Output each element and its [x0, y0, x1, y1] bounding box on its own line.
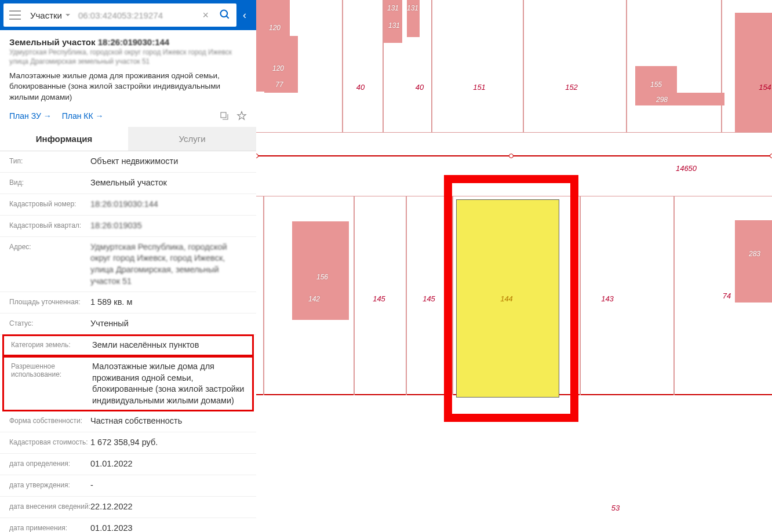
row-dapp: дата применения:01.01.2023	[0, 518, 256, 532]
row-cadnum: Кадастровый номер:18:26:019030:144	[0, 194, 256, 216]
links-row: План ЗУ → План КК →	[0, 107, 256, 127]
road-node	[770, 154, 772, 158]
star-icon[interactable]	[236, 111, 247, 121]
row-type: Тип:Объект недвижимости	[0, 151, 256, 173]
row-category: Категория земель:Земли населённых пункто…	[2, 334, 254, 356]
cadastral-map[interactable]: 120 120 77 131 131 131 155 298 283 156 1…	[256, 0, 772, 532]
header-action-icons	[219, 111, 247, 121]
selected-parcel-highlight	[444, 175, 578, 422]
object-subtitle: Удмуртская Республика, городской округ г…	[9, 48, 247, 66]
map-building	[735, 220, 772, 303]
info-panel: Тип:Объект недвижимости Вид:Земельный уч…	[0, 151, 256, 532]
row-cost: Кадастровая стоимость:1 672 358,94 руб.	[0, 432, 256, 454]
expand-icon[interactable]	[219, 111, 230, 121]
row-cadq: Кадастровый квартал:18:26:019035	[0, 216, 256, 237]
svg-line-1	[227, 16, 229, 18]
object-description: Малоэтажные жилые дома для проживания од…	[9, 71, 247, 103]
svg-rect-2	[221, 112, 226, 118]
search-input[interactable]	[74, 10, 198, 20]
object-header: Земельный участок 18:26:019030:144 Удмур…	[0, 30, 256, 107]
svg-point-0	[221, 10, 228, 17]
row-dappr: дата утверждения:-	[0, 475, 256, 497]
menu-icon[interactable]	[9, 10, 21, 20]
clear-icon[interactable]: ×	[198, 9, 213, 21]
row-area: Площадь уточненная:1 589 кв. м	[0, 292, 256, 314]
road-node	[509, 154, 514, 158]
row-own: Форма собственности:Частная собственност…	[0, 411, 256, 432]
map-building	[735, 13, 772, 132]
row-dent: дата внесения сведений:22.12.2022	[0, 497, 256, 518]
sidebar-panel: Участки × ‹ Земельный участок 18:26:0190…	[0, 0, 256, 532]
plan-kk-link[interactable]: План КК →	[62, 111, 104, 121]
tab-info[interactable]: Информация	[0, 127, 128, 151]
search-bar: Участки × ‹	[0, 0, 256, 30]
row-ddef: дата определения:01.01.2022	[0, 454, 256, 475]
tab-services[interactable]: Услуги	[128, 127, 256, 151]
row-kind: Вид:Земельный участок	[0, 173, 256, 194]
row-addr: Адрес:Удмуртская Республика, городской о…	[0, 237, 256, 292]
road-node	[256, 154, 258, 158]
row-status: Статус:Учтенный	[0, 314, 256, 335]
plan-zu-link[interactable]: План ЗУ →	[9, 111, 52, 121]
object-title: Земельный участок 18:26:019030:144	[9, 37, 247, 47]
search-box: Участки ×	[3, 3, 236, 27]
search-type-dropdown[interactable]: Участки	[27, 10, 74, 20]
search-icon[interactable]	[213, 9, 236, 22]
row-use: Разрешенное использование:Малоэтажные жи…	[2, 356, 254, 411]
collapse-icon[interactable]: ‹	[236, 9, 253, 21]
tabs: Информация Услуги	[0, 127, 256, 151]
map-building	[639, 93, 724, 105]
road-label: 14650	[676, 164, 697, 173]
